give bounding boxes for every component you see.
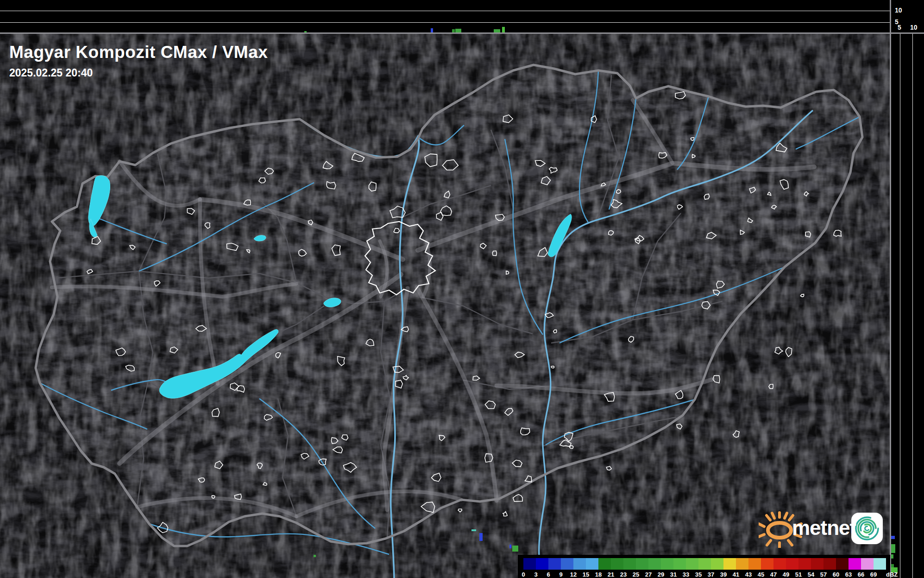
dbz-color-gradient: [523, 558, 886, 570]
right-axis-tick-label: 5: [898, 24, 901, 31]
radar-echo: [471, 529, 476, 531]
dbz-color-segment: [623, 558, 636, 570]
title-block: Magyar Kompozit CMax / VMax 2025.02.25 2…: [9, 43, 268, 79]
dbz-tick-label: 12: [570, 572, 577, 578]
dbz-color-segment: [523, 558, 536, 570]
dbz-color-segment: [561, 558, 573, 570]
dbz-color-segment: [874, 558, 886, 570]
dbz-color-segment: [773, 558, 786, 570]
dbz-tick-label: 63: [845, 572, 852, 578]
dbz-color-segment: [798, 558, 811, 570]
dbz-color-segment: [823, 558, 836, 570]
page-title: Magyar Kompozit CMax / VMax: [9, 43, 268, 62]
dbz-tick-label: 9: [559, 572, 562, 578]
dbz-tick-label: 45: [758, 572, 764, 578]
top-axis-gridline: [0, 11, 890, 11]
hungary-radar-map: [0, 0, 924, 578]
dbz-tick-label: 29: [658, 572, 664, 578]
dbz-color-segment: [736, 558, 748, 570]
dbz-tick-label: 49: [783, 572, 789, 578]
dbz-color-segment: [836, 558, 849, 570]
dbz-color-segment: [636, 558, 648, 570]
right-histogram-bar: [891, 544, 895, 553]
right-axis-gridline: [900, 33, 900, 578]
dbz-tick-label: 0: [522, 572, 525, 578]
right-histogram-bar: [891, 554, 893, 559]
dbz-color-segment: [648, 558, 661, 570]
dbz-tick-label: 18: [595, 572, 602, 578]
right-axis-tick-label: 10: [910, 24, 918, 31]
dbz-tick-label: 15: [583, 572, 589, 578]
dbz-tick-label: 41: [733, 572, 739, 578]
dbz-tick-label: 37: [708, 572, 714, 578]
dbz-tick-label: 27: [645, 572, 652, 578]
radar-composite-screen: 105510 Magyar Kompozit CMax / VMax 2025.…: [0, 0, 924, 578]
dbz-color-segment: [536, 558, 548, 570]
dbz-color-segment: [698, 558, 711, 570]
dbz-tick-label: 23: [620, 572, 627, 578]
dbz-tick-label: 66: [858, 572, 864, 578]
right-histogram-bar: [891, 536, 895, 539]
dbz-tick-label: 39: [720, 572, 727, 578]
top-axis-gridline: [0, 22, 890, 23]
dbz-color-segment: [598, 558, 611, 570]
dbz-color-scale: 0369121518212325272931333537394143454749…: [518, 555, 890, 578]
dbz-color-segment: [611, 558, 623, 570]
dbz-color-segment: [786, 558, 798, 570]
dbz-tick-label: 47: [770, 572, 777, 578]
dbz-tick-label: 31: [670, 572, 677, 578]
dbz-tick-label: 60: [833, 572, 839, 578]
horizontal-separator-line: [0, 32, 924, 34]
right-axis-gridline: [912, 33, 913, 578]
radar-echo: [509, 545, 511, 548]
dbz-tick-label: 33: [683, 572, 689, 578]
dbz-color-segment: [711, 558, 723, 570]
timestamp: 2025.02.25 20:40: [9, 67, 268, 79]
radar-echo: [479, 533, 483, 541]
dbz-color-segment: [723, 558, 736, 570]
metnet-logo: metnet: [759, 509, 888, 548]
radar-echo: [512, 546, 518, 552]
dbz-tick-label: 51: [795, 572, 802, 578]
dbz-color-segment: [673, 558, 686, 570]
top-axis-tick-label: 10: [895, 7, 902, 13]
dbz-tick-label: 69: [870, 572, 877, 578]
radar-echo: [314, 555, 316, 557]
axis-corner-box: 105510: [891, 0, 924, 33]
dbz-tick-label: 3: [534, 572, 537, 578]
dbz-tick-label: 54: [808, 572, 814, 578]
dbz-color-segment: [573, 558, 586, 570]
dbz-color-segment: [748, 558, 761, 570]
right-marginal-histogram: [891, 33, 924, 578]
dbz-color-segment: [849, 558, 861, 570]
vertical-separator-line: [890, 0, 891, 578]
dbz-color-segment: [586, 558, 598, 570]
dbz-color-segment: [661, 558, 673, 570]
dbz-tick-label: 6: [547, 572, 550, 578]
dbz-tick-label: 57: [820, 572, 827, 578]
dbz-unit-label: dBZ: [886, 572, 898, 578]
dbz-scale-labels: 0369121518212325272931333537394143454749…: [523, 572, 889, 578]
metnet-brand-text: metnet: [792, 516, 856, 540]
dbz-tick-label: 35: [695, 572, 702, 578]
dbz-tick-label: 25: [633, 572, 639, 578]
dbz-color-segment: [548, 558, 561, 570]
dbz-color-segment: [761, 558, 773, 570]
dbz-color-segment: [861, 558, 874, 570]
top-marginal-histogram: [0, 0, 890, 33]
dbz-tick-label: 43: [745, 572, 752, 578]
dbz-tick-label: 21: [608, 572, 614, 578]
dbz-color-segment: [811, 558, 823, 570]
dbz-color-segment: [686, 558, 698, 570]
